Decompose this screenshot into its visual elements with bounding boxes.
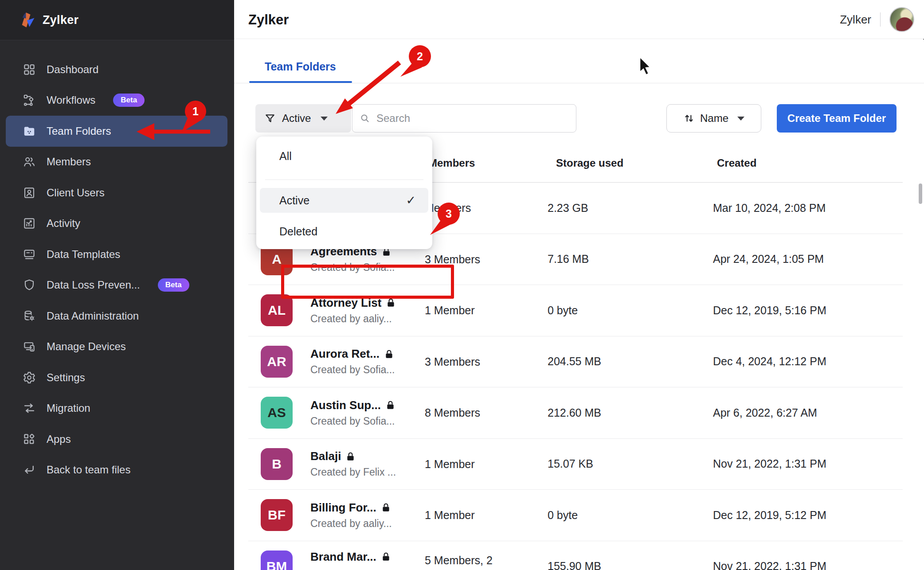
folder-name[interactable]: Austin Sup... bbox=[310, 398, 381, 412]
sidebar-item-team-folders[interactable]: Team Folders bbox=[6, 116, 227, 147]
filter-option-deleted[interactable]: Deleted bbox=[279, 225, 317, 238]
cell-created: Nov 21, 2022, 1:31 PM bbox=[713, 541, 826, 570]
chevron-down-icon bbox=[737, 117, 744, 121]
beta-badge: Beta bbox=[158, 278, 189, 292]
column-header-storage: Storage used bbox=[556, 157, 623, 169]
sidebar-item-manage-devices[interactable]: Manage Devices bbox=[0, 332, 234, 363]
lock-icon bbox=[382, 503, 390, 512]
topbar-divider bbox=[880, 12, 881, 27]
sidebar-item-label: Team Folders bbox=[47, 125, 111, 137]
folder-avatar: B bbox=[261, 448, 293, 480]
table-row[interactable]: BF Billing For... Created by aaliy... 1 … bbox=[248, 490, 903, 541]
tab-active-underline bbox=[249, 81, 352, 83]
folder-avatar: BF bbox=[261, 499, 293, 531]
sidebar-item-data-loss-preven[interactable]: Data Loss Preven... Beta bbox=[0, 270, 234, 301]
folder-name[interactable]: Brand Mar... bbox=[310, 550, 376, 564]
vertical-scrollbar[interactable] bbox=[919, 183, 922, 204]
page-title: Zylker bbox=[248, 12, 289, 28]
back-arrow-icon bbox=[23, 463, 36, 476]
tab-team-folders[interactable]: Team Folders bbox=[265, 60, 336, 73]
cell-storage: 204.55 MB bbox=[548, 336, 601, 387]
sidebar-item-settings[interactable]: Settings bbox=[0, 362, 234, 393]
members-icon bbox=[23, 155, 36, 168]
sort-arrows-icon bbox=[683, 113, 695, 124]
folder-name[interactable]: Balaji bbox=[310, 449, 341, 463]
sidebar-item-data-templates[interactable]: Data Templates bbox=[0, 239, 234, 270]
cell-members: 8 Members bbox=[425, 387, 536, 438]
sidebar-item-label: Client Users bbox=[47, 187, 105, 199]
dashboard-icon bbox=[23, 63, 36, 76]
filter-option-all[interactable]: All bbox=[279, 150, 292, 163]
app-window: Zylker Dashboard Workflows Beta Team Fol… bbox=[0, 0, 924, 570]
settings-icon bbox=[23, 371, 36, 384]
cell-members: 1 Member bbox=[425, 490, 536, 541]
sidebar-item-client-users[interactable]: Client Users bbox=[0, 177, 234, 208]
filter-option-active[interactable]: Active ✓ bbox=[260, 188, 428, 213]
shield-icon bbox=[23, 278, 36, 292]
cell-members: 3 Members bbox=[425, 336, 536, 387]
sidebar-item-dashboard[interactable]: Dashboard bbox=[0, 54, 234, 85]
cell-storage: 2.23 GB bbox=[548, 183, 588, 234]
sidebar-item-apps[interactable]: Apps bbox=[0, 424, 234, 455]
workflows-icon bbox=[23, 94, 36, 107]
table-row[interactable]: AR Aurora Ret... Created by Sofia... 3 M… bbox=[248, 336, 903, 388]
sidebar-item-activity[interactable]: Activity bbox=[0, 208, 234, 239]
main-content: Active Name Create Team Folder Members S… bbox=[234, 83, 924, 570]
topbar: Zylker Zylker bbox=[234, 0, 924, 39]
lock-icon bbox=[346, 452, 355, 461]
cell-created: Dec 12, 2019, 5:12 PM bbox=[713, 490, 826, 541]
folder-name[interactable]: Aurora Ret... bbox=[310, 347, 380, 361]
folder-avatar: AR bbox=[261, 346, 293, 378]
cell-created: Dec 12, 2019, 5:16 PM bbox=[713, 285, 826, 336]
sidebar-item-workflows[interactable]: Workflows Beta bbox=[0, 85, 234, 116]
user-avatar[interactable] bbox=[889, 7, 914, 32]
sidebar-item-label: Data Templates bbox=[47, 248, 120, 261]
sidebar-item-label: Data Loss Preven... bbox=[47, 279, 140, 291]
sidebar-logo-text: Zylker bbox=[43, 13, 78, 27]
chevron-down-icon bbox=[321, 117, 328, 121]
sidebar-item-members[interactable]: Members bbox=[0, 147, 234, 178]
zylker-logo-icon bbox=[20, 12, 36, 28]
table-row[interactable]: BM Brand Mar... 5 Members, 2 155.90 MB N… bbox=[248, 541, 903, 570]
sidebar-item-label: Activity bbox=[47, 217, 80, 230]
search-box bbox=[352, 104, 576, 133]
folder-created-by: Created by aaliy... bbox=[310, 518, 392, 530]
dropdown-divider bbox=[265, 180, 423, 180]
sidebar-item-data-administration[interactable]: Data Administration bbox=[0, 301, 234, 332]
cell-storage: 212.60 MB bbox=[548, 387, 601, 438]
apps-icon bbox=[23, 433, 36, 446]
table-row[interactable]: AS Austin Sup... Created by Sofia... 8 M… bbox=[248, 387, 903, 439]
activity-icon bbox=[23, 217, 36, 230]
filter-dropdown-button[interactable]: Active bbox=[255, 104, 351, 133]
funnel-icon bbox=[264, 113, 276, 124]
cell-members: 1 Member bbox=[425, 439, 536, 490]
sort-button[interactable]: Name bbox=[666, 104, 761, 133]
table-row[interactable]: B Balaji Created by Felix ... 1 Member 1… bbox=[248, 439, 903, 490]
folder-created-by: Created by aaliy... bbox=[310, 313, 395, 325]
sidebar-logo: Zylker bbox=[0, 0, 234, 40]
devices-icon bbox=[23, 340, 36, 353]
sidebar-item-label: Workflows bbox=[47, 94, 95, 106]
folder-avatar: AS bbox=[261, 397, 293, 429]
sidebar-item-label: Apps bbox=[47, 433, 71, 445]
folder-name[interactable]: Billing For... bbox=[310, 501, 376, 515]
sidebar-item-label: Migration bbox=[47, 402, 90, 414]
data-templates-icon bbox=[23, 248, 36, 261]
check-icon: ✓ bbox=[406, 193, 416, 207]
cell-storage: 7.16 MB bbox=[548, 234, 589, 285]
search-input[interactable] bbox=[376, 112, 569, 125]
data-admin-icon bbox=[23, 309, 36, 323]
column-header-members: Members bbox=[428, 157, 475, 169]
lock-icon bbox=[387, 298, 395, 308]
cell-created: Apr 6, 2022, 6:27 AM bbox=[713, 387, 817, 438]
account-name[interactable]: Zylker bbox=[840, 13, 871, 27]
sidebar-nav: Dashboard Workflows Beta Team Folders Me… bbox=[0, 54, 234, 485]
cell-storage: 15.07 KB bbox=[548, 439, 593, 490]
folder-created-by: Created by Sofia... bbox=[310, 415, 395, 427]
sidebar-item-label: Back to team files bbox=[47, 464, 130, 476]
create-team-folder-button[interactable]: Create Team Folder bbox=[777, 104, 897, 133]
sidebar-item-back-to-team-files[interactable]: Back to team files bbox=[0, 455, 234, 486]
sidebar-item-migration[interactable]: Migration bbox=[0, 393, 234, 424]
sidebar-item-label: Settings bbox=[47, 371, 85, 384]
folder-created-by: Created by Felix ... bbox=[310, 466, 396, 478]
